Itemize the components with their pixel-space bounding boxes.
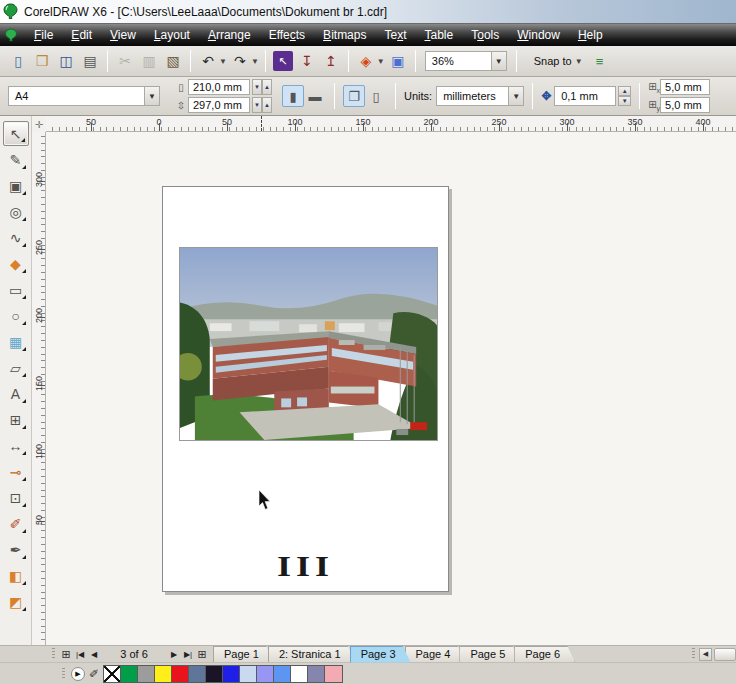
units-combo-arrow-icon[interactable]: ▼ [508, 87, 523, 105]
duplicate-distance-y-field[interactable]: 5,0 mm [660, 97, 710, 113]
table-tool[interactable]: ⊞ [3, 407, 29, 432]
paper-width-field[interactable]: 210,0 mm [188, 79, 250, 95]
interactive-fill-tool[interactable]: ◩ [3, 589, 29, 614]
add-page-after-button[interactable]: ⊞ [195, 647, 209, 661]
school-building-aerial-photo[interactable] [179, 247, 438, 441]
horizontal-ruler[interactable]: 50050100150200250300350400 [46, 116, 736, 132]
color-swatch[interactable] [121, 666, 138, 682]
duplicate-distance-x-field[interactable]: 5,0 mm [660, 79, 710, 95]
vertical-ruler[interactable]: millimeters 30025020015010050 [32, 132, 46, 645]
new-document-button[interactable]: ▯ [8, 51, 28, 71]
shape-tool[interactable]: ✎ [3, 147, 29, 172]
ruler-origin-button[interactable]: ✛ [32, 116, 46, 132]
menu-edit[interactable]: Edit [62, 25, 101, 45]
menu-text[interactable]: Text [375, 25, 415, 45]
welcome-screen-button[interactable]: ▣ [388, 51, 408, 71]
zoom-tool[interactable]: ◎ [3, 199, 29, 224]
all-pages-button[interactable]: ❐ [343, 85, 365, 107]
menu-effects[interactable]: Effects [260, 25, 314, 45]
zoom-level-combo[interactable]: 36% ▼ [425, 51, 507, 71]
zoom-combo-arrow-icon[interactable]: ▼ [491, 52, 506, 70]
first-page-button[interactable]: |◀ [73, 647, 87, 661]
next-page-button[interactable]: ▶ [167, 647, 181, 661]
palette-eyedropper-icon[interactable]: ✐ [89, 667, 99, 681]
add-page-before-button[interactable]: ⊞ [59, 647, 73, 661]
color-swatch[interactable] [172, 666, 189, 682]
rectangle-tool[interactable]: ▭ [3, 277, 29, 302]
paper-height-field[interactable]: 297,0 mm [188, 97, 250, 113]
smart-fill-tool[interactable]: ◆ [3, 251, 29, 276]
fill-tool[interactable]: ◧ [3, 563, 29, 588]
color-swatch[interactable] [206, 666, 223, 682]
text-tool[interactable]: A [3, 381, 29, 406]
menu-layout[interactable]: Layout [145, 25, 199, 45]
menu-window[interactable]: Window [508, 25, 569, 45]
open-button[interactable]: ❒ [32, 51, 52, 71]
graph-paper-tool[interactable]: ▦ [3, 329, 29, 354]
nudge-offset-field[interactable]: 0,1 mm [554, 86, 616, 106]
page-number-mark[interactable]: III [163, 549, 448, 583]
palette-grip[interactable] [62, 668, 65, 680]
paper-width-spinner[interactable]: ▼▲ [252, 79, 272, 95]
page-tab-page-6[interactable]: Page 6 [514, 646, 575, 663]
color-swatch[interactable] [138, 666, 155, 682]
paper-height-spinner[interactable]: ▼▲ [252, 97, 272, 113]
color-swatch[interactable] [240, 666, 257, 682]
color-swatch[interactable] [223, 666, 240, 682]
portrait-button[interactable]: ▮ [282, 85, 304, 107]
color-swatch[interactable] [325, 666, 342, 682]
color-swatch[interactable] [291, 666, 308, 682]
scrollbar-grip[interactable] [692, 648, 695, 660]
ellipse-tool[interactable]: ○ [3, 303, 29, 328]
color-swatch[interactable] [155, 666, 172, 682]
document-page[interactable]: III [162, 186, 449, 592]
menu-table[interactable]: Table [416, 25, 463, 45]
print-button[interactable]: ▤ [80, 51, 100, 71]
color-swatch[interactable] [274, 666, 291, 682]
options-button[interactable]: ≡ [590, 51, 610, 71]
last-page-button[interactable]: ▶| [181, 647, 195, 661]
horizontal-scrollbar-thumb[interactable] [714, 648, 736, 661]
import-button[interactable]: ↧ [297, 51, 317, 71]
page-tab-page-3[interactable]: Page 3 [350, 646, 411, 663]
dimension-tool[interactable]: ↔ [3, 433, 29, 458]
menu-file[interactable]: File [25, 25, 62, 45]
page-tab-2-stranica-1[interactable]: 2: Stranica 1 [268, 646, 356, 663]
search-content-button[interactable]: ↖ [273, 51, 293, 71]
paper-preset-combo[interactable]: A4 ▼ [8, 86, 160, 106]
basic-shapes-tool[interactable]: ▱ [3, 355, 29, 380]
menu-help[interactable]: Help [569, 25, 612, 45]
application-launcher-button-dropdown-arrow-icon[interactable]: ▼ [377, 57, 385, 66]
redo-button-dropdown-arrow-icon[interactable]: ▼ [251, 57, 259, 66]
paper-preset-arrow-icon[interactable]: ▼ [144, 87, 159, 105]
crop-tool[interactable]: ▣ [3, 173, 29, 198]
menu-arrange[interactable]: Arrange [199, 25, 260, 45]
redo-button[interactable]: ↷ [230, 51, 250, 71]
undo-button-dropdown-arrow-icon[interactable]: ▼ [219, 57, 227, 66]
current-page-button[interactable]: ▯ [365, 85, 387, 107]
color-swatch[interactable] [189, 666, 206, 682]
menu-bitmaps[interactable]: Bitmaps [314, 25, 375, 45]
paste-button[interactable]: ▧ [163, 51, 183, 71]
undo-button[interactable]: ↶ [198, 51, 218, 71]
color-eyedropper-tool[interactable]: ✐ [3, 511, 29, 536]
snap-to-dropdown[interactable]: Snap to ▼ [530, 53, 588, 69]
nudge-offset-spinner[interactable]: ▲▼ [618, 86, 631, 106]
units-combo[interactable]: millimeters ▼ [436, 86, 524, 106]
previous-page-button[interactable]: ◀ [87, 647, 101, 661]
menu-view[interactable]: View [101, 25, 145, 45]
page-tab-page-5[interactable]: Page 5 [459, 646, 520, 663]
pick-tool[interactable]: ↖ [3, 121, 29, 146]
contour-tool[interactable]: ⊡ [3, 485, 29, 510]
page-tab-page-4[interactable]: Page 4 [405, 646, 466, 663]
landscape-button[interactable]: ▬ [304, 85, 326, 107]
menu-tools[interactable]: Tools [462, 25, 508, 45]
palette-flyout-button[interactable]: ▶ [71, 667, 85, 681]
save-button[interactable]: ◫ [56, 51, 76, 71]
page-tab-page-1[interactable]: Page 1 [213, 646, 274, 663]
no-color-swatch[interactable] [104, 666, 121, 682]
scroll-left-button[interactable]: ◀ [699, 648, 712, 661]
color-swatch[interactable] [257, 666, 274, 682]
export-button[interactable]: ↥ [321, 51, 341, 71]
connector-tool[interactable]: ⊸ [3, 459, 29, 484]
